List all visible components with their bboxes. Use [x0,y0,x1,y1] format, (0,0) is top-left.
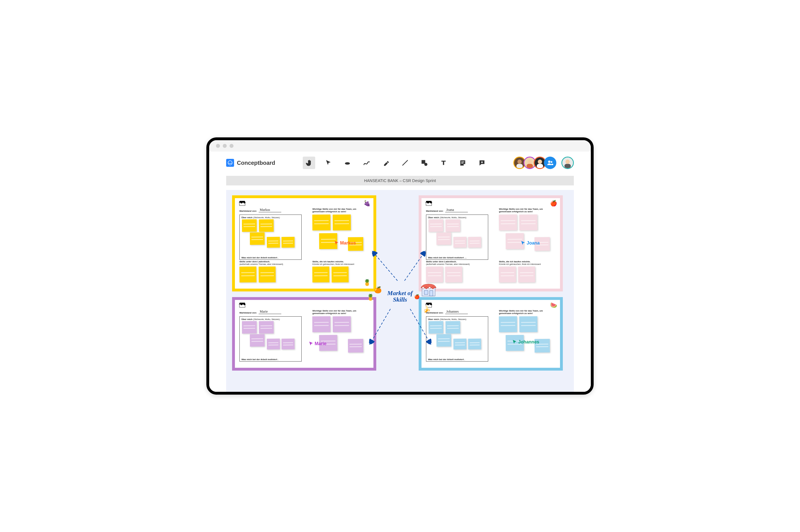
orange-icon: 🍊 [374,286,382,294]
svg-line-20 [404,252,424,281]
device-frame: Conceptboard [206,137,594,395]
comment-icon [478,159,485,167]
window-dot [230,144,233,148]
banana-icon: 🍌 [423,306,431,313]
svg-point-2 [424,163,427,166]
market-of-skills-hub: 🍍 🍍 🍊 Market of Skills [369,281,431,312]
svg-rect-4 [461,163,463,164]
brand[interactable]: Conceptboard [226,159,275,167]
marker-icon [382,159,389,167]
shape-tool[interactable] [418,157,431,169]
sticky-note-tool[interactable] [457,157,469,169]
svg-rect-1 [421,160,425,164]
sticky-icon [459,159,466,167]
topbar: Conceptboard [209,152,591,174]
svg-rect-23 [422,288,435,296]
pointer-tool[interactable] [322,157,335,169]
svg-point-27 [425,287,427,289]
svg-point-0 [228,161,232,165]
pointer-icon [325,159,332,167]
svg-rect-3 [461,162,464,162]
toolbar [303,157,488,169]
pineapple-icon: 🍍 [367,294,374,301]
eraser-tool[interactable] [341,157,354,169]
hub-title: Market of Skills [387,290,413,303]
presence-button[interactable] [544,157,556,169]
text-tool[interactable] [437,157,450,169]
eraser-icon [344,159,351,167]
svg-point-14 [548,160,550,163]
shape-icon [421,159,428,167]
me-avatar[interactable] [561,157,574,169]
svg-rect-10 [527,164,533,168]
board-title: HANSEATIC BANK – CSR Design Sprint [364,178,436,183]
svg-rect-18 [565,164,571,168]
svg-point-12 [538,160,542,164]
window-chrome [209,140,591,152]
pineapple-icon: 🍍 [363,279,371,286]
marker-tool[interactable] [380,157,392,169]
window-dot [216,144,220,148]
svg-point-28 [428,287,431,289]
brand-name: Conceptboard [237,160,275,166]
store-icon [420,282,437,297]
text-icon [440,159,447,167]
board-title-bar[interactable]: HANSEATIC BANK – CSR Design Sprint [226,176,574,186]
svg-point-15 [551,161,552,163]
window-dot [223,144,227,148]
svg-rect-25 [430,290,433,296]
participants [516,157,574,169]
brand-icon [226,159,234,167]
hand-tool[interactable] [303,157,315,169]
scribble-icon [363,159,370,167]
svg-point-17 [565,160,570,164]
svg-point-9 [528,160,532,164]
canvas[interactable]: 🍍 🍍 🍊 Market of Skills [226,190,574,392]
hand-icon [305,159,313,167]
line-icon [401,159,409,167]
app-root: Conceptboard [209,152,591,392]
svg-line-22 [410,309,430,343]
people-icon [547,159,553,166]
apple-icon: 🍎 [414,294,420,299]
svg-point-6 [517,160,521,164]
scribble-tool[interactable] [360,157,373,169]
comment-tool[interactable] [476,157,488,169]
svg-point-29 [432,287,434,289]
svg-point-26 [422,287,424,289]
svg-line-19 [374,252,398,281]
line-tool[interactable] [399,157,411,169]
svg-rect-7 [516,164,523,168]
svg-rect-13 [537,164,543,168]
svg-line-21 [370,309,391,343]
svg-rect-24 [424,290,428,294]
